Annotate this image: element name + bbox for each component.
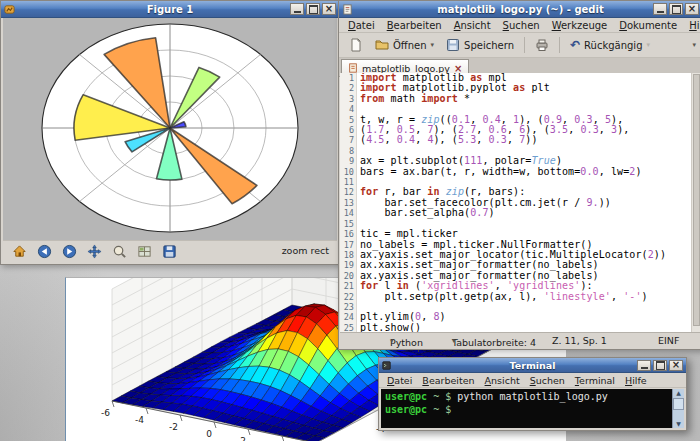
code-line[interactable]: tic = mpl.ticker <box>360 229 691 239</box>
scroll-down-icon[interactable]: ▼ <box>676 420 681 428</box>
line-number: 10 <box>340 167 354 177</box>
insert-mode-indicator: EINF <box>658 335 679 346</box>
terminal-menu-hilfe[interactable]: Hilfe <box>621 375 651 386</box>
line-number: 7 <box>340 135 354 145</box>
line-number: 20 <box>340 271 354 281</box>
figure1-window: Figure 1 <box>0 0 340 265</box>
gedit-menu-bearbeiten[interactable]: Bearbeiten <box>382 19 447 32</box>
terminal-text: user@pc ~ $ python matplotlib_logo.pyuse… <box>381 389 672 428</box>
gedit-menu-werkzeuge[interactable]: Werkzeuge <box>547 19 613 32</box>
terminal-screen[interactable]: user@pc ~ $ python matplotlib_logo.pyuse… <box>381 389 684 428</box>
gedit-menu-dokumente[interactable]: Dokumente <box>614 19 682 32</box>
line-number: 12 <box>340 187 354 197</box>
gedit-titlebar[interactable]: matplotlib_logo.py (~) - gedit <box>339 1 700 18</box>
tab-close-icon[interactable]: × <box>454 63 462 74</box>
code-area[interactable]: import matplotlib as mplimport matplotli… <box>357 73 691 333</box>
gedit-toolbar: Öffnen ▾ Speichern ↶ Rückgängig ▾ ▾ <box>339 33 700 58</box>
line-number: 5 <box>340 115 354 125</box>
line-number: 23 <box>340 302 354 312</box>
line-number: 16 <box>340 229 354 239</box>
tab-label: matplotlib_logo.py <box>362 63 450 74</box>
line-number: 4 <box>340 104 354 114</box>
gedit-menu-suchen[interactable]: Suchen <box>498 19 545 32</box>
back-icon[interactable] <box>33 241 55 261</box>
surface-x-tick-label: 2 <box>240 436 246 441</box>
terminal-menu-ansicht[interactable]: Ansicht <box>481 375 524 386</box>
line-number: 14 <box>340 208 354 218</box>
line-number: 2 <box>340 83 354 93</box>
figure1-titlebar[interactable]: Figure 1 <box>1 1 339 18</box>
maximize-icon[interactable] <box>669 3 683 15</box>
code-line[interactable]: (4.5, 0.4, 4), (5.3, 0.3, 7)) <box>360 135 691 145</box>
terminal-scrollbar[interactable]: ▲ ▼ <box>672 389 684 428</box>
minimize-icon[interactable] <box>637 360 651 371</box>
undo-icon: ↶ <box>570 40 580 50</box>
code-line[interactable]: plt.setp(plt.getp(ax, l), 'linestyle', '… <box>360 292 691 302</box>
minimize-icon[interactable] <box>653 3 667 15</box>
line-number: 6 <box>340 125 354 135</box>
matplotlib-window-icon <box>4 4 15 15</box>
chevron-down-icon: ▾ <box>646 41 650 49</box>
scrollbar-thumb[interactable] <box>673 398 684 410</box>
scrollbar-thumb[interactable] <box>693 74 700 326</box>
subplots-icon[interactable] <box>133 241 155 261</box>
surface-x-tick-label: -4 <box>135 415 144 425</box>
gedit-statusbar: Python ▾ Tabulatorbreite: 4 ▾ Z. 11, Sp.… <box>340 332 700 348</box>
line-number: 9 <box>340 156 354 166</box>
save-icon[interactable] <box>158 241 180 261</box>
line-number: 3 <box>340 94 354 104</box>
line-number: 22 <box>340 292 354 302</box>
terminal-line: user@pc ~ $ python matplotlib_logo.py <box>385 391 672 404</box>
line-number: 19 <box>340 260 354 270</box>
toolbar-overflow-icon[interactable]: ▾ <box>692 41 696 49</box>
home-icon[interactable] <box>8 241 30 261</box>
line-number: 18 <box>340 250 354 260</box>
terminal-window: Terminal DateiBearbeitenAnsichtSuchenTer… <box>378 357 687 431</box>
gedit-window-icon <box>342 4 353 15</box>
line-number: 17 <box>340 240 354 250</box>
desktop: -6-4-2024 0.2 -4 Figure 1 <box>0 0 700 441</box>
terminal-titlebar[interactable]: Terminal <box>379 358 686 373</box>
new-document-button[interactable] <box>345 36 367 54</box>
maximize-icon[interactable] <box>653 360 667 371</box>
line-number: 11 <box>340 177 354 187</box>
polar-chart-svg <box>3 18 337 240</box>
gedit-editor[interactable]: 1234567891011121314151617181920212223242… <box>340 73 700 333</box>
gedit-menu-datei[interactable]: Datei <box>343 19 380 32</box>
gedit-scrollbar[interactable] <box>691 73 700 333</box>
gedit-menu-hilfe[interactable]: Hilfe <box>684 19 700 32</box>
close-icon[interactable] <box>322 3 336 15</box>
maximize-icon[interactable] <box>306 3 320 15</box>
code-line[interactable]: from math import * <box>360 94 691 104</box>
scroll-up-icon[interactable]: ▲ <box>676 389 681 397</box>
code-line[interactable]: bar.set_alpha(0.7) <box>360 208 691 218</box>
printer-icon <box>535 38 549 52</box>
line-number: 13 <box>340 198 354 208</box>
new-document-icon <box>349 38 363 52</box>
zoom-icon[interactable] <box>108 241 130 261</box>
terminal-menu-datei[interactable]: Datei <box>383 375 416 386</box>
close-icon[interactable] <box>669 360 683 371</box>
surface-x-tick-label: -2 <box>169 422 178 432</box>
matplotlib-toolbar: zoom rect <box>3 240 337 261</box>
save-button[interactable]: Speichern <box>442 36 518 54</box>
code-line[interactable]: bars = ax.bar(t, r, width=w, bottom=0.0,… <box>360 167 691 177</box>
gedit-menu-ansicht[interactable]: Ansicht <box>449 19 496 32</box>
minimize-icon[interactable] <box>290 3 304 15</box>
gedit-menubar: DateiBearbeitenAnsichtSuchenWerkzeugeDok… <box>339 18 700 33</box>
figure1-title: Figure 1 <box>1 4 339 15</box>
polar-plot-canvas[interactable] <box>3 18 337 240</box>
terminal-menu-bearbeiten[interactable]: Bearbeiten <box>418 375 478 386</box>
chevron-down-icon[interactable]: ▾ <box>431 41 435 49</box>
undo-button[interactable]: ↶ Rückgängig ▾ <box>566 38 654 53</box>
pan-icon[interactable] <box>83 241 105 261</box>
toolbar-separator <box>524 37 525 53</box>
print-button[interactable] <box>531 36 553 54</box>
open-button-label: Öffnen <box>393 40 427 51</box>
terminal-menu-suchen[interactable]: Suchen <box>526 375 569 386</box>
open-button[interactable]: Öffnen ▾ <box>371 36 438 54</box>
close-icon[interactable] <box>685 3 699 15</box>
terminal-menu-terminal[interactable]: Terminal <box>571 375 619 386</box>
line-number: 1 <box>340 73 354 83</box>
forward-icon[interactable] <box>58 241 80 261</box>
